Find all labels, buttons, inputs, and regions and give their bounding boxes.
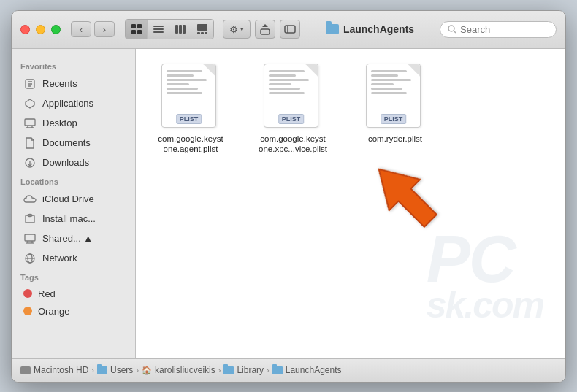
share-button[interactable] [255,20,275,39]
arrange-icon: ⚙ [229,24,238,35]
svg-rect-0 [131,24,136,28]
file-item-1[interactable]: PLIST com.google.keystone.agent.plist [150,64,231,155]
svg-rect-9 [183,25,186,34]
search-input[interactable] [460,24,548,35]
breadcrumb-library[interactable]: Library [223,365,264,375]
sidebar-item-network[interactable]: Network [15,249,132,268]
desktop-icon [23,117,37,130]
sidebar: Favorites Recents [12,49,136,358]
svg-rect-15 [285,26,295,33]
users-folder-icon [97,366,107,374]
red-tag-dot [23,289,32,298]
sidebar-item-downloads[interactable]: Downloads [15,153,132,172]
sidebar-item-applications-label: Applications [42,98,93,109]
sidebar-item-install[interactable]: Install mac... [15,210,132,228]
sidebar-item-desktop[interactable]: Desktop [15,114,132,133]
user-icon: 🏠 [142,366,152,375]
svg-rect-23 [25,119,35,126]
breadcrumb-sep-3: › [218,366,221,374]
sidebar-item-shared[interactable]: Shared... ▲ [15,229,132,248]
network-icon [23,252,37,265]
title-folder-icon [326,24,339,34]
back-button[interactable]: ‹ [71,21,91,37]
sidebar-item-install-label: Install mac... [42,213,96,224]
svg-point-17 [448,26,454,31]
column-view-button[interactable] [169,20,191,39]
file-name-1: com.google.keystone.agent.plist [158,134,223,155]
maximize-button[interactable] [51,25,61,34]
plist-icon-2: PLIST [264,64,322,129]
svg-rect-6 [153,31,164,33]
list-view-button[interactable] [148,20,169,39]
launchagents-folder-icon [272,366,283,374]
sidebar-item-documents[interactable]: Documents [15,134,132,153]
plist-icon-1: PLIST [161,64,220,129]
file-item-3[interactable]: PLIST com.ryder.plist [355,64,435,145]
icloud-icon [23,193,37,206]
recents-icon [23,77,37,91]
search-box[interactable] [440,21,557,38]
svg-rect-31 [25,234,35,241]
locations-section-title: Locations [12,173,135,189]
sidebar-item-downloads-label: Downloads [42,157,89,168]
sidebar-item-recents[interactable]: Recents [15,74,132,93]
breadcrumb-macintosh-label: Macintosh HD [34,365,88,375]
gallery-view-button[interactable] [191,20,213,39]
sidebar-item-orange-label: Orange [38,306,69,317]
svg-rect-12 [201,32,204,34]
nav-buttons: ‹ › [71,21,115,37]
breadcrumb-users-label: Users [110,365,133,375]
breadcrumb-user[interactable]: 🏠 karolisliucveikis [142,365,215,375]
breadcrumb-sep-4: › [267,366,270,374]
arrange-button[interactable]: ⚙ ▾ [223,20,251,39]
breadcrumb-macintosh[interactable]: Macintosh HD [20,365,88,375]
shared-icon [23,232,37,245]
breadcrumb-library-label: Library [237,365,264,375]
file-item-2[interactable]: PLIST com.google.keystone.xpc...vice.pli… [253,64,333,155]
sidebar-item-documents-label: Documents [42,137,91,148]
breadcrumb-launchagents[interactable]: LaunchAgents [272,365,342,375]
install-icon [23,212,37,226]
sidebar-item-red[interactable]: Red [15,285,132,302]
titlebar: ‹ › [12,11,565,49]
sidebar-item-recents-label: Recents [42,78,77,89]
file-area: PC sk.com PLIST [136,49,565,358]
hdd-icon [20,366,31,374]
arrange-chevron: ▾ [240,26,244,33]
breadcrumb-users[interactable]: Users [97,365,133,375]
plist-label-2: PLIST [278,114,305,124]
search-icon [448,25,456,34]
svg-line-18 [454,31,456,34]
tag-button[interactable] [280,20,300,39]
svg-marker-38 [363,153,446,236]
sidebar-item-applications[interactable]: Applications [15,94,132,113]
traffic-lights [20,25,61,34]
close-button[interactable] [20,25,30,34]
svg-rect-1 [137,24,142,28]
breadcrumb-launchagents-label: LaunchAgents [286,365,342,375]
grid-view-button[interactable] [126,20,148,39]
documents-icon [23,137,37,150]
svg-rect-8 [179,25,182,34]
forward-button[interactable]: › [94,21,115,37]
breadcrumb-sep-1: › [91,366,94,374]
sidebar-item-icloud[interactable]: iCloud Drive [15,190,132,209]
svg-rect-2 [131,30,136,34]
sidebar-item-desktop-label: Desktop [42,118,77,128]
svg-rect-3 [137,30,142,34]
sidebar-item-orange[interactable]: Orange [15,303,132,320]
statusbar: Macintosh HD › Users › 🏠 karolisliucveik… [12,358,565,382]
minimize-button[interactable] [36,25,45,34]
svg-rect-13 [205,32,207,34]
sidebar-item-red-label: Red [38,288,56,299]
arrow-indicator [361,151,448,242]
window-title: LaunchAgents [300,23,440,35]
svg-rect-5 [153,28,164,30]
plist-label-1: PLIST [176,114,202,124]
svg-rect-10 [197,24,207,31]
breadcrumb-user-label: karolisliucveikis [155,365,215,375]
favorites-section-title: Favorites [12,58,135,74]
plist-icon-3: PLIST [366,64,424,129]
file-name-2: com.google.keystone.xpc...vice.plist [259,134,327,155]
watermark: PC sk.com [427,230,543,322]
